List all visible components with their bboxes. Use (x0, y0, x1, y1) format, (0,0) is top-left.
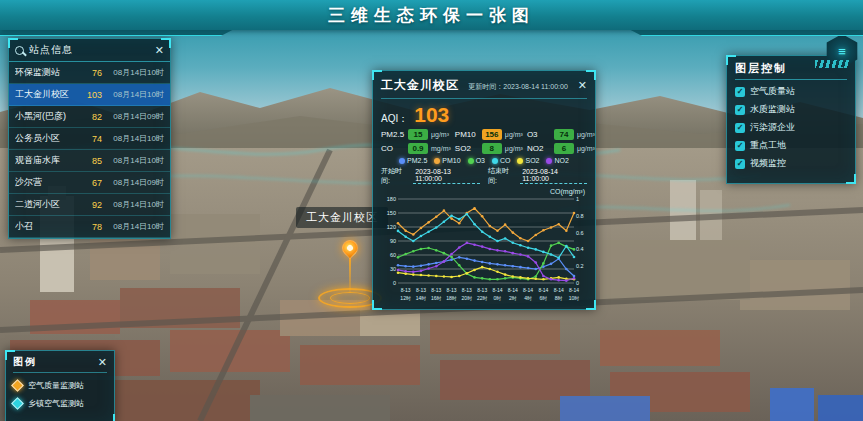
layer-toggle[interactable]: ✓水质监测站 (735, 103, 847, 116)
pollutant-unit: μg/m³ (505, 145, 523, 152)
pollutant-cell: PM10156μg/m³ (455, 129, 523, 140)
legend-item[interactable]: CO (492, 157, 511, 164)
layer-control-panel: ≡ 图层控制 ✓空气质量站✓水质监测站✓污染源企业✓重点工地✓视频监控 (726, 55, 856, 184)
data-point (458, 256, 461, 259)
legend-label: CO (500, 157, 511, 164)
popup-header: 工大金川校区 更新时间：2023-08-14 11:00:00 ✕ (381, 77, 587, 99)
axis-tick-label: 2时 (509, 295, 517, 301)
checkbox-checked-icon[interactable]: ✓ (735, 123, 745, 133)
data-point (443, 260, 446, 263)
layer-toggle[interactable]: ✓视频监控 (735, 157, 847, 170)
legend-panel-title: 图例 (13, 355, 98, 369)
data-point (542, 275, 545, 278)
layer-toggle[interactable]: ✓空气质量站 (735, 85, 847, 98)
axis-tick-label: 8-13 (431, 287, 441, 293)
axis-tick-label: 8-14 (492, 287, 502, 293)
start-time-label: 开始时间: (381, 166, 410, 186)
axis-tick-label: 120 (387, 224, 396, 230)
legend-item[interactable]: PM10 (434, 157, 460, 164)
data-point (435, 275, 438, 278)
data-point (527, 255, 530, 258)
station-list-item[interactable]: 二道河小区9208月14日10时 (9, 194, 170, 216)
legend-item[interactable]: NO2 (546, 157, 568, 164)
aqi-detail-popup: 工大金川校区 更新时间：2023-08-14 11:00:00 ✕ AQI： 1… (372, 70, 596, 310)
axis-tick-label: 8时 (555, 295, 563, 301)
legend-label: PM2.5 (407, 157, 427, 164)
aqi-trend-line-chart: 030609012015018000.20.40.60.818-1312时8-1… (381, 195, 589, 307)
close-icon[interactable]: ✕ (98, 357, 107, 368)
panel-corner (372, 300, 382, 310)
checkbox-checked-icon[interactable]: ✓ (735, 105, 745, 115)
station-aqi-value: 92 (78, 200, 102, 210)
pollutant-value-box: 15 (408, 129, 428, 140)
checkbox-checked-icon[interactable]: ✓ (735, 141, 745, 151)
panel-decoration (815, 60, 849, 68)
data-point (519, 266, 522, 269)
data-point (412, 273, 415, 276)
legend-color-dot (468, 158, 474, 164)
station-list-item[interactable]: 小召7808月14日10时 (9, 216, 170, 238)
data-point (489, 248, 492, 251)
checkbox-checked-icon[interactable]: ✓ (735, 87, 745, 97)
axis-tick-label: 10时 (569, 295, 580, 301)
data-point (404, 253, 407, 256)
station-list-item[interactable]: 公务员小区7408月14日10时 (9, 128, 170, 150)
axis-tick-label: 8-13 (447, 287, 457, 293)
layer-label: 水质监测站 (750, 103, 795, 116)
axis-tick-label: 90 (390, 238, 396, 244)
data-point (412, 233, 415, 236)
data-point (397, 222, 400, 225)
pollutant-name: PM10 (455, 130, 479, 139)
data-point (573, 256, 576, 259)
data-point (496, 240, 499, 243)
layer-toggle[interactable]: ✓污染源企业 (735, 121, 847, 134)
station-list-item[interactable]: 工大金川校区10308月14日10时 (9, 84, 170, 106)
data-point (573, 277, 576, 280)
data-point (412, 240, 415, 243)
station-diamond-icon (11, 379, 24, 392)
axis-tick-label: 16时 (431, 295, 442, 301)
data-point (527, 240, 530, 243)
data-point (412, 250, 415, 253)
station-list-item[interactable]: 沙尔营6708月14日09时 (9, 172, 170, 194)
data-point (427, 247, 430, 250)
pollutant-cell: SO28μg/m³ (455, 143, 523, 154)
pollutant-value-box: 156 (482, 129, 502, 140)
data-point (420, 264, 423, 267)
station-list-item[interactable]: 环保监测站7608月14日10时 (9, 62, 170, 84)
data-point (397, 256, 400, 259)
axis-tick-label: 8-13 (401, 287, 411, 293)
legend-item[interactable]: O3 (468, 157, 485, 164)
legend-color-dot (546, 158, 552, 164)
panel-corner (726, 55, 736, 65)
legend-item[interactable]: PM2.5 (399, 157, 427, 164)
data-point (550, 244, 553, 247)
data-point (458, 275, 461, 278)
data-point (489, 225, 492, 228)
trend-chart: 030609012015018000.20.40.60.818-1312时8-1… (381, 195, 587, 311)
data-point (504, 264, 507, 267)
map-legend-label: 空气质量监测站 (28, 380, 84, 391)
axis-tick-label: 12时 (400, 295, 411, 301)
axis-tick-label: 18时 (446, 295, 457, 301)
checkbox-checked-icon[interactable]: ✓ (735, 159, 745, 169)
station-aqi-value: 67 (78, 178, 102, 188)
legend-item[interactable]: SO2 (517, 157, 539, 164)
layer-label: 空气质量站 (750, 85, 795, 98)
aqi-label: AQI： (381, 112, 408, 126)
station-list-panel: 站点信息 ✕ 环保监测站7608月14日10时工大金川校区10308月14日10… (8, 38, 171, 239)
start-time-input[interactable]: 2023-08-13 11:00:00 (413, 168, 480, 184)
data-point (427, 274, 430, 277)
map-legend-label: 乡镇空气监测站 (28, 398, 84, 409)
close-icon[interactable]: ✕ (578, 80, 587, 91)
station-name: 沙尔营 (15, 176, 78, 189)
pollutant-cell: NO26μg/m³ (527, 143, 595, 154)
data-point (496, 271, 499, 274)
data-point (519, 244, 522, 247)
data-point (489, 268, 492, 271)
end-time-input[interactable]: 2023-08-14 11:00:00 (520, 168, 587, 184)
station-list-item[interactable]: 观音庙水库8508月14日10时 (9, 150, 170, 172)
legend-label: O3 (476, 157, 485, 164)
station-list-item[interactable]: 小黑河(巴彦)8208月14日09时 (9, 106, 170, 128)
layer-toggle[interactable]: ✓重点工地 (735, 139, 847, 152)
